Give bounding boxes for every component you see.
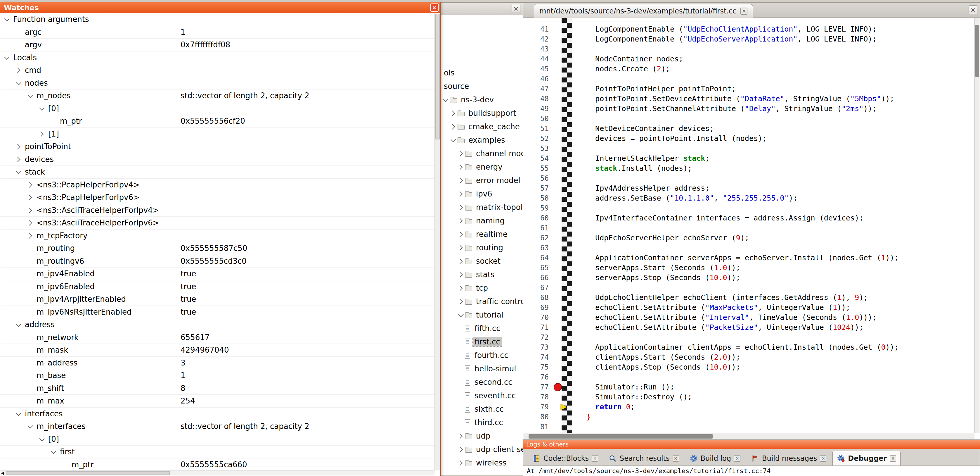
tree-item-cmake-cache[interactable]: cmake_cache: [441, 120, 523, 133]
tree-item-error-model[interactable]: error-model: [441, 174, 523, 187]
expander-open-icon[interactable]: [15, 321, 25, 328]
watch-row[interactable]: m_shift8: [0, 382, 434, 395]
expander-closed-icon[interactable]: [457, 163, 465, 171]
code-line[interactable]: 73 ApplicationContainer clientApps = ech…: [523, 342, 974, 352]
watch-row[interactable]: m_nodesstd::vector of length 2, capacity…: [0, 89, 434, 102]
scrollbar-thumb[interactable]: [6, 471, 170, 475]
code-line[interactable]: 71 echoClient.SetAttribute ("PacketSize"…: [523, 323, 974, 332]
code-area[interactable]: 41 LogComponentEnable ("UdpEchoClientApp…: [523, 18, 974, 433]
tree-item-tutorial[interactable]: tutorial: [441, 308, 523, 322]
watch-row[interactable]: first: [0, 446, 434, 458]
code-line[interactable]: 69 echoClient.SetAttribute ("MaxPackets"…: [523, 303, 974, 313]
code-line[interactable]: 75 clientApps.Stop (Seconds (10.0));: [523, 362, 974, 372]
code-line[interactable]: 78 Simulator::Destroy ();: [523, 392, 974, 402]
tree-item-hello-simul[interactable]: hello-simul: [441, 362, 523, 375]
watches-titlebar[interactable]: Watches: [0, 2, 440, 13]
tree-item-udp-client-ser[interactable]: udp-client-ser: [441, 442, 523, 456]
expander-closed-icon[interactable]: [450, 123, 457, 130]
watch-row[interactable]: m_max254: [0, 395, 434, 407]
watch-row[interactable]: m_ipv4ArpJitterEnabledtrue: [0, 293, 434, 306]
expander-open-icon[interactable]: [15, 168, 25, 176]
watch-row[interactable]: argc1: [0, 26, 434, 39]
tab-close-icon[interactable]: [820, 455, 826, 462]
watch-row[interactable]: [0]: [0, 433, 434, 446]
code-line[interactable]: 81: [523, 422, 974, 432]
logs-tab-debugger[interactable]: Debugger: [832, 451, 900, 465]
watch-row[interactable]: m_ipv4Enabledtrue: [0, 268, 434, 280]
code-line[interactable]: 64 ApplicationContainer serverApps = ech…: [523, 253, 974, 263]
expander-closed-icon[interactable]: [457, 459, 465, 466]
watch-row[interactable]: argv0x7fffffffdf08: [0, 38, 434, 51]
expander-open-icon[interactable]: [457, 311, 465, 319]
code-line[interactable]: 54 InternetStackHelper stack;: [523, 153, 974, 163]
watch-row[interactable]: m_ptr0x5555555ca660: [0, 458, 434, 471]
watch-row[interactable]: <ns3::PcapHelperForIpv6>: [0, 191, 434, 204]
code-line[interactable]: 57 Ipv4AddressHelper address;: [523, 183, 974, 193]
expander-open-icon[interactable]: [15, 410, 25, 417]
tree-item-realtime[interactable]: realtime: [441, 227, 523, 241]
watch-row[interactable]: Locals: [0, 51, 434, 64]
code-line[interactable]: 74 clientApps.Start (Seconds (2.0));: [523, 352, 974, 362]
code-line[interactable]: 42 LogComponentEnable ("UdpEchoServerApp…: [523, 34, 974, 44]
code-line[interactable]: 43: [523, 44, 974, 54]
expander-closed-icon[interactable]: [450, 109, 457, 117]
code-line[interactable]: 80}: [523, 412, 974, 422]
tree-item-energy[interactable]: energy: [441, 160, 523, 174]
expander-closed-icon[interactable]: [27, 232, 37, 240]
code-line[interactable]: 51 NetDeviceContainer devices;: [523, 124, 974, 134]
tree-item-seventh-cc[interactable]: seventh.cc: [441, 389, 523, 403]
watch-row[interactable]: <ns3::AsciiTraceHelperForIpv6>: [0, 217, 434, 230]
tree-item-fourth-cc[interactable]: fourth.cc: [441, 348, 523, 362]
editor-vertical-scrollbar[interactable]: [974, 18, 980, 433]
tree-item-naming[interactable]: naming: [441, 214, 523, 227]
code-line[interactable]: 65 serverApps.Start (Seconds (1.0));: [523, 263, 974, 273]
management-close-button[interactable]: [512, 4, 520, 13]
expander-closed-icon[interactable]: [457, 203, 465, 211]
expander-closed-icon[interactable]: [27, 193, 37, 201]
expander-closed-icon[interactable]: [15, 143, 25, 150]
watch-row[interactable]: stack: [0, 166, 434, 179]
code-line[interactable]: 66 serverApps.Stop (Seconds (10.0));: [523, 273, 974, 283]
tree-item-third-cc[interactable]: third.cc: [441, 416, 523, 429]
code-line[interactable]: 46: [523, 74, 974, 84]
watch-row[interactable]: m_routingv60x5555555cd3c0: [0, 255, 434, 268]
expander-open-icon[interactable]: [3, 54, 13, 61]
logs-tab-code-blocks[interactable]: Code::Blocks: [528, 451, 603, 465]
logs-tab-search-results[interactable]: Search results: [604, 451, 683, 465]
watch-row[interactable]: interfaces: [0, 407, 434, 420]
code-line[interactable]: 61: [523, 223, 974, 233]
expander-open-icon[interactable]: [27, 422, 37, 430]
expander-open-icon[interactable]: [3, 16, 13, 23]
code-line[interactable]: 70 echoClient.SetAttribute ("Interval", …: [523, 313, 974, 323]
watch-row[interactable]: <ns3::AsciiTraceHelperForIpv4>: [0, 204, 434, 217]
expander-closed-icon[interactable]: [38, 130, 48, 138]
code-line[interactable]: 63: [523, 243, 974, 253]
expander-closed-icon[interactable]: [27, 181, 37, 188]
code-line[interactable]: 56: [523, 173, 974, 183]
expander-closed-icon[interactable]: [457, 298, 465, 305]
expander-open-icon[interactable]: [442, 96, 450, 104]
expander-closed-icon[interactable]: [457, 284, 465, 292]
tree-item-socket[interactable]: socket: [441, 254, 523, 268]
breakpoint-icon[interactable]: [554, 383, 562, 391]
expander-closed-icon[interactable]: [27, 219, 37, 227]
tree-item-routing[interactable]: routing: [441, 241, 523, 254]
tree-item-channel-mod[interactable]: channel-mod: [441, 147, 523, 160]
watch-row[interactable]: m_ipv6Enabledtrue: [0, 280, 434, 293]
editor-pane-close-button[interactable]: [969, 5, 977, 14]
tab-close-icon[interactable]: [740, 8, 748, 14]
tree-item-fifth-cc[interactable]: fifth.cc: [441, 322, 523, 335]
watch-row[interactable]: <ns3::PcapHelperForIpv4>: [0, 179, 434, 192]
tree-item-ns-3-dev[interactable]: ns-3-dev: [441, 93, 523, 106]
expander-closed-icon[interactable]: [457, 432, 465, 440]
code-line[interactable]: 55 stack.Install (nodes);: [523, 163, 974, 173]
watch-row[interactable]: m_mask4294967040: [0, 344, 434, 357]
expander-closed-icon[interactable]: [457, 244, 465, 251]
code-line[interactable]: 53: [523, 144, 974, 153]
tree-item-buildsupport[interactable]: buildsupport: [441, 106, 523, 120]
expander-closed-icon[interactable]: [457, 446, 465, 453]
code-line[interactable]: 45 nodes.Create (2);: [523, 64, 974, 74]
scrollbar-thumb[interactable]: [975, 25, 979, 77]
tree-item-examples[interactable]: examples: [441, 133, 523, 147]
expander-closed-icon[interactable]: [457, 230, 465, 238]
